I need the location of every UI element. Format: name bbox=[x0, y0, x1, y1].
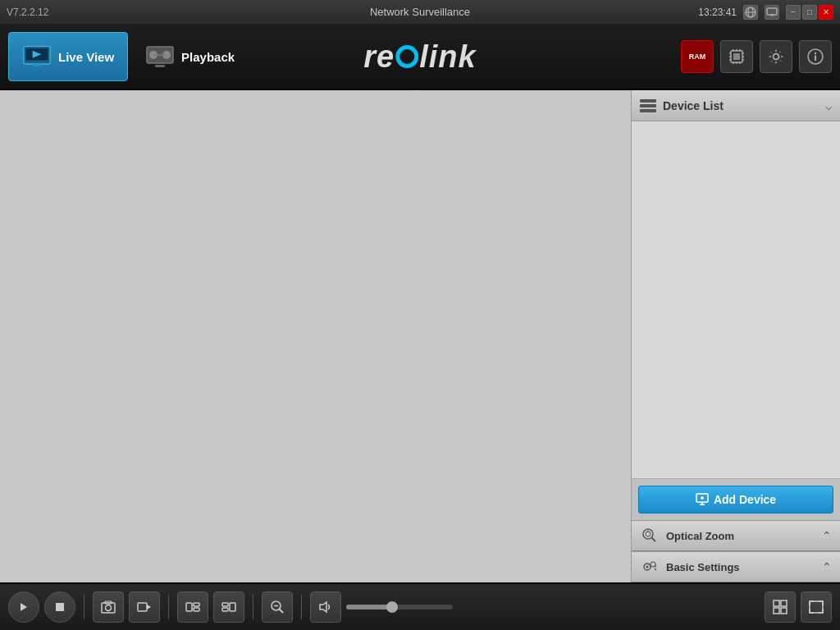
basic-settings-icon bbox=[640, 557, 660, 577]
device-list-title: Device List bbox=[663, 99, 819, 112]
tab-live-view[interactable]: Live View bbox=[8, 32, 128, 81]
grid-view-button[interactable] bbox=[765, 591, 796, 623]
record-button[interactable] bbox=[129, 591, 160, 623]
prev-layout-button[interactable] bbox=[177, 591, 208, 623]
device-list-chevron-down-icon: ⌵ bbox=[825, 99, 832, 112]
add-device-icon bbox=[696, 493, 709, 506]
version-label: V7.2.2.12 bbox=[7, 7, 48, 18]
basic-settings-section[interactable]: Basic Settings ⌃ bbox=[632, 551, 840, 582]
settings-button[interactable] bbox=[760, 40, 792, 73]
volume-slider[interactable] bbox=[346, 605, 453, 609]
svg-line-41 bbox=[652, 538, 656, 542]
app-logo: re link bbox=[363, 39, 476, 75]
svg-rect-65 bbox=[774, 600, 779, 606]
language-button[interactable] bbox=[743, 5, 758, 20]
toolbar-right-controls bbox=[765, 591, 832, 623]
svg-point-39 bbox=[643, 529, 653, 539]
svg-line-62 bbox=[280, 609, 284, 614]
navbar: Live View Playback re link RAM bbox=[0, 25, 840, 90]
optical-zoom-icon bbox=[640, 526, 660, 546]
device-list-header[interactable]: Device List ⌵ bbox=[632, 90, 840, 121]
svg-rect-68 bbox=[781, 608, 787, 614]
cpu-button[interactable] bbox=[720, 40, 753, 73]
add-device-label: Add Device bbox=[714, 493, 776, 506]
basic-settings-label: Basic Settings bbox=[666, 561, 815, 573]
minimize-button[interactable]: − bbox=[786, 5, 801, 20]
clock-display: 13:23:41 bbox=[698, 7, 737, 18]
playback-icon bbox=[145, 44, 175, 69]
svg-rect-49 bbox=[56, 603, 64, 611]
navbar-right-controls: RAM bbox=[681, 40, 832, 73]
fullscreen-button[interactable] bbox=[801, 591, 832, 623]
svg-point-45 bbox=[651, 562, 655, 567]
right-sidebar: Device List ⌵ Add Device bbox=[631, 90, 840, 582]
svg-marker-54 bbox=[147, 605, 151, 609]
svg-rect-60 bbox=[230, 603, 235, 611]
svg-point-44 bbox=[646, 566, 649, 568]
svg-rect-16 bbox=[733, 53, 740, 60]
svg-point-42 bbox=[647, 531, 649, 532]
svg-line-47 bbox=[655, 568, 656, 570]
window-controls: − □ ✕ bbox=[786, 5, 833, 20]
toolbar-divider-3 bbox=[253, 595, 253, 619]
stop-button[interactable] bbox=[44, 591, 75, 623]
title-bar-right: 13:23:41 − □ ✕ bbox=[698, 5, 833, 20]
device-list-icon bbox=[640, 99, 656, 112]
live-view-label: Live View bbox=[58, 50, 114, 64]
svg-marker-48 bbox=[21, 603, 27, 611]
next-layout-button[interactable] bbox=[213, 591, 244, 623]
bottom-toolbar bbox=[0, 582, 840, 630]
svg-marker-64 bbox=[320, 602, 326, 612]
main-area: Device List ⌵ Add Device bbox=[0, 90, 840, 582]
svg-rect-59 bbox=[222, 608, 228, 611]
svg-rect-67 bbox=[774, 608, 779, 614]
app-title: Network Surveillance bbox=[370, 6, 470, 18]
snapshot-button[interactable] bbox=[93, 591, 124, 623]
svg-rect-14 bbox=[155, 65, 165, 67]
svg-rect-66 bbox=[781, 600, 787, 606]
optical-zoom-label: Optical Zoom bbox=[666, 530, 815, 542]
volume-button[interactable] bbox=[310, 591, 341, 623]
tab-playback[interactable]: Playback bbox=[132, 32, 248, 81]
optical-zoom-section[interactable]: Optical Zoom ⌃ bbox=[632, 520, 840, 551]
svg-rect-69 bbox=[810, 601, 823, 613]
svg-line-46 bbox=[655, 566, 657, 567]
svg-point-51 bbox=[106, 605, 112, 611]
basic-settings-chevron-up-icon: ⌃ bbox=[822, 560, 832, 573]
maximize-button[interactable]: □ bbox=[802, 5, 817, 20]
svg-point-33 bbox=[815, 52, 816, 54]
volume-handle[interactable] bbox=[386, 601, 398, 613]
optical-zoom-chevron-up-icon: ⌃ bbox=[822, 529, 832, 542]
device-list-content bbox=[632, 121, 840, 479]
svg-rect-3 bbox=[767, 8, 777, 15]
video-panel bbox=[0, 90, 631, 582]
toolbar-divider-2 bbox=[168, 595, 169, 619]
live-view-icon bbox=[22, 44, 52, 69]
svg-rect-53 bbox=[138, 603, 147, 611]
toolbar-divider-1 bbox=[84, 595, 84, 619]
svg-rect-9 bbox=[33, 64, 42, 66]
svg-rect-56 bbox=[194, 603, 199, 606]
svg-rect-55 bbox=[186, 603, 192, 611]
add-device-button[interactable]: Add Device bbox=[638, 486, 833, 514]
ram-button[interactable]: RAM bbox=[681, 40, 714, 73]
monitor-button[interactable] bbox=[765, 5, 779, 20]
svg-point-30 bbox=[774, 54, 779, 60]
svg-rect-57 bbox=[194, 608, 199, 611]
toolbar-divider-4 bbox=[301, 595, 302, 619]
zoom-button[interactable] bbox=[262, 591, 293, 623]
volume-fill bbox=[346, 605, 389, 609]
play-button[interactable] bbox=[8, 591, 39, 623]
playback-label: Playback bbox=[181, 50, 235, 64]
close-button[interactable]: ✕ bbox=[819, 5, 833, 20]
info-button[interactable] bbox=[799, 40, 832, 73]
title-bar: V7.2.2.12 Network Surveillance 13:23:41 … bbox=[0, 0, 840, 25]
svg-rect-58 bbox=[222, 603, 228, 606]
